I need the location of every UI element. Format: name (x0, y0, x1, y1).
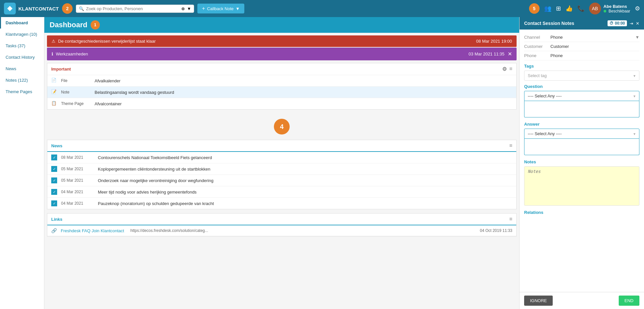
callback-button[interactable]: + Callback Note ▼ (197, 4, 244, 13)
important-settings-icon[interactable]: ⚙ (502, 66, 507, 72)
alert-red: ⚠ De contactgeschiedenissen verwijderlij… (47, 35, 517, 47)
channel-value: Phone (550, 35, 635, 40)
sidebar-item-news[interactable]: News (0, 63, 44, 74)
avatar: AB (589, 3, 601, 14)
news-date-1: 05 Mar 2021 (61, 167, 94, 171)
sidebar-item-theme-pages[interactable]: Theme Pages (0, 86, 44, 97)
news-row-0: ✓ 08 Mar 2021 Contourenschets Nationaal … (47, 152, 516, 163)
news-check-2: ✓ (51, 177, 57, 183)
search-input[interactable] (86, 6, 179, 11)
callback-label: Callback Note (207, 6, 233, 11)
sidebar-item-notes[interactable]: Notes (122) (0, 74, 44, 86)
news-text-1: Koplopergemeenten cliëntondersteuning ui… (98, 167, 512, 172)
news-row-1: ✓ 05 Mar 2021 Koplopergemeenten cliënton… (47, 163, 516, 175)
answer-select[interactable]: ---- Select Any ---- (524, 129, 639, 139)
phone-icon[interactable]: 📞 (577, 5, 585, 12)
alert-purple-date: 03 Mar 2021 11:35 (469, 52, 504, 56)
badge-2: 2 (62, 3, 73, 14)
notes-textarea[interactable] (524, 166, 639, 206)
panel-close-icon[interactable]: ✕ (636, 21, 639, 26)
channel-arrow[interactable]: ▼ (635, 35, 639, 40)
sidebar-item-contact-history[interactable]: Contact History (0, 52, 44, 63)
channel-label: Channel (524, 35, 550, 40)
question-label: Question (524, 84, 639, 89)
link-url-0: https://decos.freshdesk.com/solution/cat… (130, 228, 476, 233)
news-check-1: ✓ (51, 166, 57, 172)
notes-label: Notes (524, 159, 639, 164)
alert-red-content: ⚠ De contactgeschiedenissen verwijderlij… (52, 39, 156, 44)
link-chain-icon: 🔗 (51, 228, 57, 233)
tag-select[interactable]: Select tag (524, 71, 639, 81)
search-bar[interactable]: 🔍 ⊗ ▼ (76, 5, 194, 13)
tags-label: Tags (524, 64, 639, 69)
alert-red-text: De contactgeschiedenissen verwijderlijst… (58, 39, 156, 44)
alert-red-icon: ⚠ (52, 39, 56, 44)
news-row-3: ✓ 04 Mar 2021 Meer tijd nodig voor advie… (47, 186, 516, 198)
news-date-0: 08 Mar 2021 (61, 155, 94, 160)
callback-dropdown-icon[interactable]: ▼ (235, 6, 240, 11)
alert-purple-icon: ℹ (52, 52, 53, 56)
news-header: News ≡ (47, 140, 516, 152)
important-menu-icon[interactable]: ≡ (509, 66, 512, 72)
user-menu[interactable]: AB Abe Batens Beschikbaar (589, 3, 630, 14)
right-panel-body: Channel Phone ▼ Customer Customer Phone … (520, 30, 644, 292)
grid-icon[interactable]: ⊞ (556, 5, 561, 12)
ignore-button[interactable]: IGNORE (524, 296, 553, 306)
alert-purple-text: Werkzaamheden (56, 52, 88, 56)
page-badge: 1 (91, 20, 100, 30)
clock-icon: ⏱ (610, 21, 613, 26)
search-filter-icon[interactable]: ⊗ (181, 6, 185, 11)
alert-purple-close[interactable]: ✕ (508, 51, 512, 57)
page-content: Dashboard 1 ⚠ De contactgeschiedenissen … (44, 17, 519, 309)
main-container: Dashboard Klantvragen (10) Tasks (37) Co… (0, 17, 644, 309)
row-text-0: Afvalkalender (95, 78, 512, 83)
page-title: Dashboard (50, 21, 87, 29)
links-title: Links (51, 217, 62, 222)
sidebar: Dashboard Klantvragen (10) Tasks (37) Co… (0, 17, 44, 309)
phone-value: Phone (550, 53, 639, 58)
important-row-2: 📋 Theme Page Afvalcontainer (47, 98, 516, 109)
right-panel-footer: IGNORE END (520, 292, 644, 309)
link-name-0[interactable]: Freshdesk FAQ Join Klantcontact (61, 228, 126, 233)
sidebar-item-klantvragen[interactable]: Klantvragen (10) (0, 29, 44, 40)
center-area: 4 (47, 113, 517, 140)
panel-expand-icon[interactable]: ⇥ (630, 21, 633, 26)
end-button[interactable]: END (619, 296, 639, 306)
row-text-2: Afvalcontainer (95, 101, 512, 106)
search-dropdown-icon[interactable]: ▼ (187, 6, 191, 11)
news-row-4: ✓ 04 Mar 2021 Pauzeknop (moratorium) op … (47, 198, 516, 209)
alert-purple-content: ℹ Werkzaamheden (52, 52, 88, 56)
links-menu-icon[interactable]: ≡ (509, 216, 512, 222)
answer-textarea[interactable] (524, 139, 639, 155)
customer-label: Customer (524, 44, 550, 49)
channel-row: Channel Phone ▼ (524, 33, 639, 42)
row-type-2: Theme Page (61, 101, 91, 106)
note-icon: 📝 (51, 89, 57, 95)
news-menu-icon[interactable]: ≡ (509, 143, 512, 149)
important-title: Important (51, 67, 71, 72)
customer-row: Customer Customer (524, 42, 639, 51)
topbar-right: 5 👥 ⊞ 👍 📞 AB Abe Batens Beschikbaar ⚙ (529, 3, 640, 14)
users-icon[interactable]: 👥 (544, 5, 551, 12)
news-title: News (51, 143, 62, 148)
thumbsup-icon[interactable]: 👍 (566, 5, 573, 12)
news-text-4: Pauzeknop (moratorium) op schulden gedup… (98, 201, 512, 206)
news-text-3: Meer tijd nodig voor advies herijking ge… (98, 190, 512, 195)
badge-5: 5 (529, 3, 540, 14)
right-panel-controls: ⏱ 00:00 ⇥ ✕ (608, 20, 639, 26)
row-type-1: Note (61, 90, 91, 94)
sidebar-item-dashboard[interactable]: Dashboard (0, 17, 44, 29)
alert-purple-right: 03 Mar 2021 11:35 ✕ (469, 51, 512, 57)
question-select[interactable]: ---- Select Any ---- (524, 91, 639, 101)
user-status: Beschikbaar (604, 9, 630, 13)
sidebar-item-tasks[interactable]: Tasks (37) (0, 40, 44, 52)
alert-purple: ℹ Werkzaamheden 03 Mar 2021 11:35 ✕ (47, 48, 517, 60)
question-textarea[interactable] (524, 101, 639, 117)
content-area: ⚠ De contactgeschiedenissen verwijderlij… (44, 33, 519, 309)
important-row-1: 📝 Note Belastingaanslag wordt vandaag ge… (47, 87, 516, 98)
phone-row: Phone Phone (524, 51, 639, 60)
links-header: Links ≡ (47, 214, 516, 225)
svg-marker-0 (7, 6, 12, 11)
settings-icon[interactable]: ⚙ (635, 5, 640, 12)
news-row-2: ✓ 05 Mar 2021 Onderzoek naar mogelijke v… (47, 175, 516, 186)
